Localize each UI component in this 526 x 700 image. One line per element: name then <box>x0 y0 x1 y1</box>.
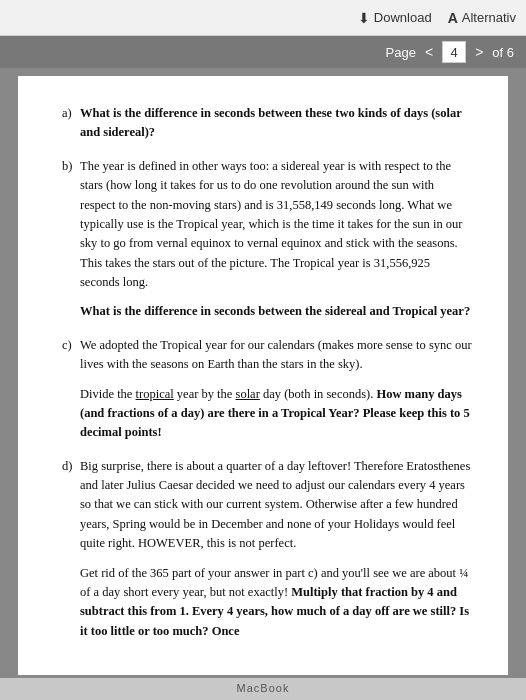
download-button[interactable]: ⬇ Download <box>358 10 432 26</box>
alternative-label: Alternativ <box>462 10 516 25</box>
document-page: a) What is the difference in seconds bet… <box>18 76 508 675</box>
q-c-text: We adopted the Tropical year for our cal… <box>80 336 472 375</box>
q-d-subpara: Get rid of the 365 part of your answer i… <box>80 564 472 642</box>
page-of-label: of 6 <box>492 45 514 60</box>
page-number[interactable]: 4 <box>442 41 466 63</box>
q-c-letter: c) <box>62 336 76 355</box>
page-label: Page <box>386 45 416 60</box>
page-nav-bar: Page < 4 > of 6 <box>0 36 526 68</box>
question-a: a) What is the difference in seconds bet… <box>62 104 472 143</box>
q-c-subpara: Divide the tropical year by the solar da… <box>80 385 472 443</box>
q-b-letter: b) <box>62 157 76 176</box>
question-b-label: b) The year is defined in other ways too… <box>62 157 472 293</box>
q-c-subtext: Divide the tropical year by the solar da… <box>80 387 470 440</box>
question-d: d) Big surprise, there is about a quarte… <box>62 457 472 641</box>
alternative-button[interactable]: A Alternativ <box>448 10 516 26</box>
next-page-button[interactable]: > <box>472 44 486 60</box>
q-d-letter: d) <box>62 457 76 476</box>
solar-underline: solar <box>236 387 260 401</box>
q-b-subtext: What is the difference in seconds betwee… <box>80 304 470 318</box>
macbook-bar: MacBook <box>0 678 526 700</box>
q-a-text: What is the difference in seconds betwee… <box>80 104 472 143</box>
alternative-icon: A <box>448 10 458 26</box>
q-b-text: The year is defined in other ways too: a… <box>80 157 472 293</box>
macbook-label: MacBook <box>237 682 290 694</box>
q-a-strong: What is the difference in seconds betwee… <box>80 106 461 139</box>
q-d-subtext: Get rid of the 365 part of your answer i… <box>80 566 469 638</box>
question-c: c) We adopted the Tropical year for our … <box>62 336 472 443</box>
toolbar: ⬇ Download A Alternativ <box>0 0 526 36</box>
question-d-label: d) Big surprise, there is about a quarte… <box>62 457 472 554</box>
q-d-bold: Multiply that fraction by 4 and subtract… <box>80 585 469 638</box>
tropical-underline: tropical <box>136 387 174 401</box>
q-b-subpara: What is the difference in seconds betwee… <box>80 302 472 321</box>
download-label: Download <box>374 10 432 25</box>
q-d-text: Big surprise, there is about a quarter o… <box>80 457 472 554</box>
question-c-label: c) We adopted the Tropical year for our … <box>62 336 472 375</box>
document-area: a) What is the difference in seconds bet… <box>0 68 526 678</box>
question-b: b) The year is defined in other ways too… <box>62 157 472 322</box>
prev-page-button[interactable]: < <box>422 44 436 60</box>
q-a-letter: a) <box>62 104 76 123</box>
download-icon: ⬇ <box>358 10 370 26</box>
question-a-label: a) What is the difference in seconds bet… <box>62 104 472 143</box>
